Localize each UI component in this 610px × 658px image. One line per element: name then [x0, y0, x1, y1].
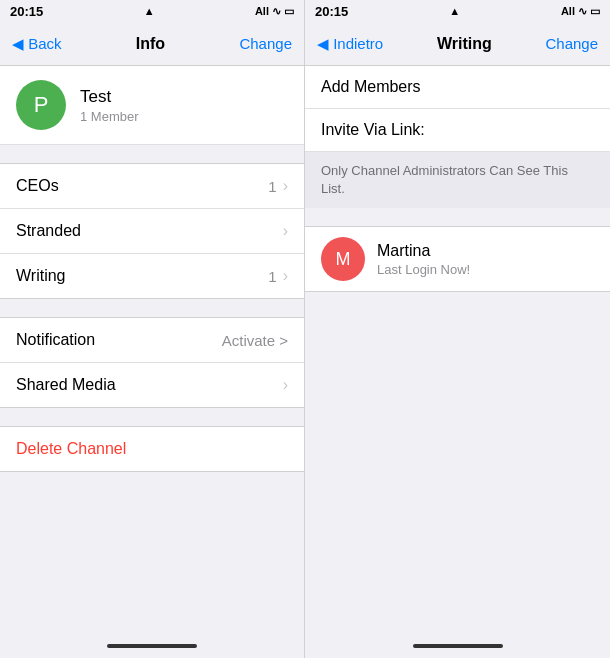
left-back-button[interactable]: ◀ Back: [12, 35, 62, 53]
invite-link-label: Invite Via Link:: [321, 121, 425, 138]
left-location-icon: ▲: [144, 5, 155, 17]
right-location-icon: ▲: [449, 5, 460, 17]
profile-info: Test 1 Member: [80, 87, 139, 124]
left-status-icons: All ∿ ▭: [255, 5, 294, 18]
left-nav-bar: ◀ Back Info Change: [0, 22, 304, 66]
notification-label: Notification: [16, 331, 95, 349]
delete-label: Delete Channel: [16, 440, 126, 457]
member-avatar: M: [321, 237, 365, 281]
profile-name: Test: [80, 87, 139, 107]
writing-label: Writing: [16, 267, 66, 285]
member-row[interactable]: M Martina Last Login Now!: [305, 226, 610, 292]
avatar-letter: P: [34, 92, 49, 118]
list-item[interactable]: CEOs 1 ›: [0, 164, 304, 209]
channels-list: CEOs 1 › Stranded › Writing 1 ›: [0, 163, 304, 299]
left-status-bar: 20:15 ▲ All ∿ ▭: [0, 0, 304, 22]
left-nav-action[interactable]: Change: [239, 35, 292, 52]
right-home-indicator: [413, 644, 503, 648]
info-box: Only Channel Administrators Can See This…: [305, 152, 610, 208]
left-battery-icon: ▭: [284, 5, 294, 18]
right-battery-icon: ▭: [590, 5, 600, 18]
right-home-area: [305, 292, 610, 658]
left-time: 20:15: [10, 4, 43, 19]
right-status-bar: 20:15 ▲ All ∿ ▭: [305, 0, 610, 22]
member-avatar-letter: M: [336, 249, 351, 270]
left-nav-title: Info: [136, 35, 165, 53]
notification-value: Activate >: [222, 332, 288, 349]
member-name: Martina: [377, 242, 470, 260]
stranded-right: ›: [283, 222, 288, 240]
right-nav-title: Writing: [437, 35, 492, 53]
notification-row[interactable]: Notification Activate >: [0, 318, 304, 363]
list-item[interactable]: Stranded ›: [0, 209, 304, 254]
profile-section: P Test 1 Member: [0, 66, 304, 145]
shared-media-chevron-icon: ›: [283, 376, 288, 394]
stranded-chevron-icon: ›: [283, 222, 288, 240]
shared-media-row[interactable]: Shared Media ›: [0, 363, 304, 407]
ceos-label: CEOs: [16, 177, 59, 195]
stranded-label: Stranded: [16, 222, 81, 240]
left-wifi-icon: ∿: [272, 5, 281, 18]
writing-chevron-icon: ›: [283, 267, 288, 285]
shared-media-label: Shared Media: [16, 376, 116, 394]
avatar: P: [16, 80, 66, 130]
invite-link-row[interactable]: Invite Via Link:: [305, 109, 610, 152]
list-item[interactable]: Writing 1 ›: [0, 254, 304, 298]
add-members-label: Add Members: [321, 78, 421, 95]
info-text: Only Channel Administrators Can See This…: [321, 163, 568, 196]
right-back-button[interactable]: ◀ Indietro: [317, 35, 383, 53]
right-nav-action[interactable]: Change: [545, 35, 598, 52]
add-members-button[interactable]: Add Members: [305, 66, 610, 109]
writing-right: 1 ›: [268, 267, 288, 285]
left-signal-text: All: [255, 5, 269, 17]
member-info: Martina Last Login Now!: [377, 242, 470, 277]
right-status-icons: All ∿ ▭: [561, 5, 600, 18]
settings-list: Notification Activate > Shared Media ›: [0, 317, 304, 408]
left-home-indicator: [107, 644, 197, 648]
ceos-right: 1 ›: [268, 177, 288, 195]
right-wifi-icon: ∿: [578, 5, 587, 18]
ceos-chevron-icon: ›: [283, 177, 288, 195]
profile-sub: 1 Member: [80, 109, 139, 124]
ceos-count: 1: [268, 178, 276, 195]
writing-count: 1: [268, 268, 276, 285]
right-nav-bar: ◀ Indietro Writing Change: [305, 22, 610, 66]
right-signal-text: All: [561, 5, 575, 17]
right-time: 20:15: [315, 4, 348, 19]
left-home-area: [0, 472, 304, 658]
left-panel: 20:15 ▲ All ∿ ▭ ◀ Back Info Change P Tes…: [0, 0, 305, 658]
right-panel: 20:15 ▲ All ∿ ▭ ◀ Indietro Writing Chang…: [305, 0, 610, 658]
delete-section[interactable]: Delete Channel: [0, 426, 304, 472]
member-status: Last Login Now!: [377, 262, 470, 277]
